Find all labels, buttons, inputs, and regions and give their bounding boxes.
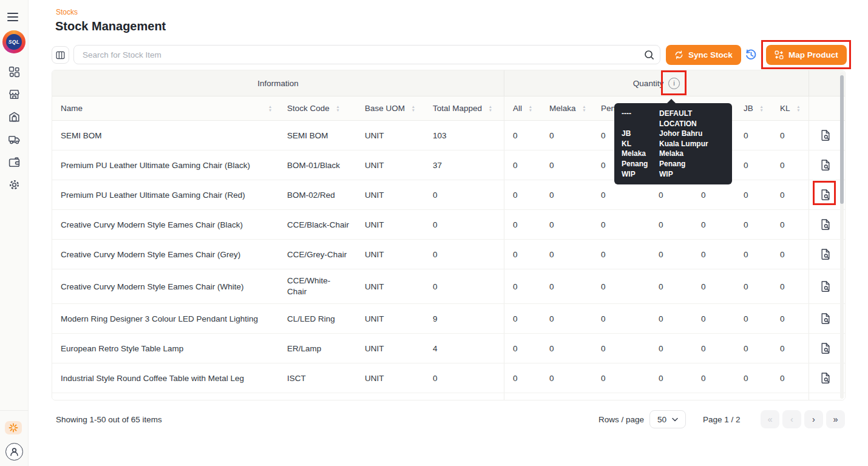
- cell: 0: [504, 121, 541, 150]
- cell: 0: [693, 210, 735, 239]
- location-code: WIP: [622, 169, 659, 180]
- actions-cell: [809, 121, 841, 150]
- sort-icon[interactable]: ▴▾: [269, 105, 271, 112]
- table-row: Industrial Style Round Coffee Table with…: [52, 363, 845, 393]
- view-stock-document-button[interactable]: [819, 189, 832, 201]
- sort-icon[interactable]: ▴▾: [798, 105, 800, 112]
- column-header-total-mapped[interactable]: Total Mapped▴▾: [424, 96, 504, 120]
- table-row: Creative Curvy Modern Style Eames Chair …: [52, 210, 845, 240]
- column-header-name[interactable]: Name▴▾: [52, 96, 279, 120]
- sidebar-item-dashboard[interactable]: [7, 65, 21, 79]
- dashboard-icon: [8, 66, 21, 78]
- cell: 0: [504, 304, 541, 333]
- cell: 0: [771, 334, 809, 363]
- view-stock-document-button[interactable]: [819, 248, 832, 260]
- last-page-button[interactable]: »: [826, 410, 845, 428]
- location-name: DEFAULT LOCATION: [659, 109, 725, 129]
- cell: 0: [650, 269, 693, 303]
- sync-history-button[interactable]: [744, 48, 758, 62]
- cell: UNIT: [356, 210, 424, 239]
- sidebar-item-delivery[interactable]: [7, 132, 21, 146]
- location-legend-tooltip: ----DEFAULT LOCATIONJBJohor BahruKLKuala…: [614, 103, 732, 184]
- cell: [424, 393, 504, 400]
- sort-icon[interactable]: ▴▾: [761, 105, 763, 112]
- column-header-all[interactable]: All▴▾: [504, 96, 541, 120]
- cell: 0: [504, 150, 541, 180]
- cell: [52, 393, 279, 400]
- cell: [592, 393, 650, 400]
- rows-per-page-select[interactable]: 50: [649, 410, 686, 428]
- cell: [735, 393, 771, 400]
- cell: 0: [592, 304, 650, 333]
- delivery-truck-icon: [8, 133, 21, 146]
- document-search-icon: [819, 129, 832, 141]
- actions-cell: [809, 210, 841, 239]
- cell: 0: [504, 334, 541, 363]
- cell: [356, 393, 424, 400]
- document-search-icon: [819, 248, 832, 260]
- quantity-label: Quantity: [633, 79, 663, 88]
- column-header-label: KL: [780, 104, 790, 113]
- actions-cell: [809, 180, 841, 209]
- previous-page-button[interactable]: ‹: [782, 410, 801, 428]
- cell: 0: [735, 334, 771, 363]
- sort-icon[interactable]: ▴▾: [583, 105, 586, 112]
- gear-icon: [8, 178, 21, 191]
- column-header-kl[interactable]: KL▴▾: [771, 96, 809, 120]
- location-code: ----: [622, 109, 659, 129]
- sync-stock-button[interactable]: Sync Stock: [666, 45, 741, 65]
- sync-stock-label: Sync Stock: [688, 50, 733, 59]
- user-avatar[interactable]: [5, 443, 23, 461]
- map-product-button[interactable]: Map Product: [766, 45, 847, 65]
- table-row: [52, 393, 845, 400]
- view-stock-document-button[interactable]: [819, 159, 832, 171]
- column-header-jb[interactable]: JB▴▾: [735, 96, 771, 120]
- sidebar-item-warehouse[interactable]: [7, 110, 21, 124]
- page-title: Stock Management: [55, 19, 166, 33]
- cell: [650, 393, 693, 400]
- view-stock-document-button[interactable]: [819, 342, 832, 354]
- search-input[interactable]: [74, 46, 638, 64]
- menu-icon[interactable]: [7, 12, 19, 22]
- column-header-melaka[interactable]: Melaka▴▾: [541, 96, 592, 120]
- view-stock-document-button[interactable]: [819, 280, 832, 292]
- location-name: Kuala Lumpur: [659, 139, 708, 149]
- sort-icon[interactable]: ▴▾: [337, 105, 339, 112]
- items-count-text: Showing 1-50 out of 65 items: [56, 415, 162, 424]
- column-settings-button[interactable]: [52, 46, 69, 64]
- app-logo: SQL: [2, 30, 25, 53]
- actions-cell: [809, 393, 841, 400]
- sort-icon[interactable]: ▴▾: [529, 105, 532, 112]
- cell: [541, 393, 592, 400]
- column-header-label: Melaka: [549, 104, 576, 113]
- actions-cell: [809, 334, 841, 363]
- column-header-actions: [809, 96, 841, 120]
- tooltip-row: MelakaMelaka: [622, 149, 725, 159]
- column-header-stock-code[interactable]: Stock Code▴▾: [279, 96, 356, 120]
- view-stock-document-button[interactable]: [819, 129, 832, 141]
- table-row: Creative Curvy Modern Style Eames Chair …: [52, 240, 845, 269]
- cell: 0: [771, 269, 809, 303]
- cell: 0: [650, 334, 693, 363]
- cell: 0: [693, 363, 735, 393]
- table-scrollbar-thumb[interactable]: [840, 75, 844, 204]
- view-stock-document-button[interactable]: [819, 218, 832, 231]
- column-header-base-uom[interactable]: Base UOM▴▾: [356, 96, 424, 120]
- sort-icon[interactable]: ▴▾: [489, 105, 492, 112]
- cell: 4: [424, 334, 504, 363]
- search-icon[interactable]: [638, 46, 660, 64]
- next-page-button[interactable]: ›: [804, 410, 823, 428]
- rows-per-page-value: 50: [657, 415, 666, 424]
- sidebar-item-settings[interactable]: [7, 178, 21, 192]
- view-stock-document-button[interactable]: [819, 372, 832, 384]
- sidebar-item-wallet[interactable]: [7, 155, 21, 169]
- info-icon[interactable]: i: [668, 78, 680, 89]
- sync-icon: [674, 50, 683, 59]
- breadcrumb[interactable]: Stocks: [56, 8, 78, 16]
- sidebar-item-store[interactable]: [7, 87, 21, 101]
- sort-icon[interactable]: ▴▾: [412, 105, 415, 112]
- sidebar-divider: [0, 410, 29, 411]
- first-page-button[interactable]: «: [761, 410, 779, 428]
- cell: 0: [424, 210, 504, 239]
- view-stock-document-button[interactable]: [819, 312, 832, 325]
